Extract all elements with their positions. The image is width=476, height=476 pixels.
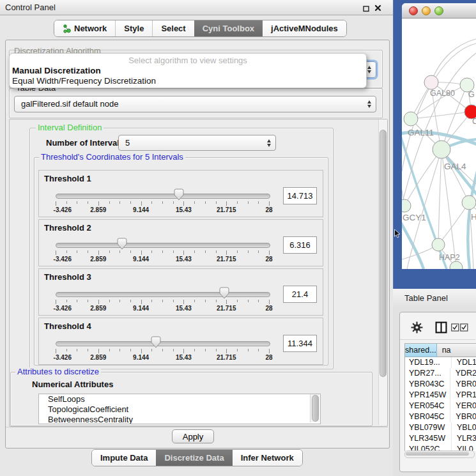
tab-label: Infer Network [241, 453, 294, 463]
slider-track[interactable] [56, 292, 270, 297]
node-gal80[interactable] [424, 75, 438, 89]
combo-stepper-icon [367, 66, 371, 73]
tab-cyni-toolbox[interactable]: Cyni Toolbox [194, 20, 263, 36]
table-row[interactable]: YER054C YER0 [405, 401, 476, 411]
slider-track[interactable] [56, 194, 270, 199]
number-of-intervals-combobox[interactable]: 5 [118, 135, 276, 151]
attribute-list-item[interactable]: TopologicalCoefficient [39, 404, 320, 415]
float-window-icon[interactable] [363, 4, 370, 14]
tab-label: jActiveMNodules [271, 24, 338, 33]
popup-item-manual-discretization[interactable]: Manual Discretization [12, 66, 101, 75]
tick-mark [205, 201, 206, 204]
tab-discretize-data[interactable]: Discretize Data [156, 450, 232, 466]
threshold-value-field[interactable]: 6.316 [283, 236, 317, 254]
network-icon [63, 24, 71, 33]
table-data-combobox[interactable]: galFiltered.sif default node [14, 96, 376, 112]
minimize-traffic-light-icon[interactable] [422, 6, 431, 15]
tab-label: Network [74, 24, 107, 33]
tick-label: -3.426 [54, 305, 72, 312]
attribute-list-item[interactable]: SelfLoops [39, 394, 320, 404]
scrollbar-thumb[interactable] [406, 452, 469, 456]
network-view-window[interactable]: GAL80 G C GAL11 GAL4 GCY1 H HAP2 [402, 3, 476, 269]
tab-select[interactable]: Select [152, 20, 194, 36]
tab-infer-network[interactable]: Infer Network [233, 450, 302, 466]
cell-shared-name: YPR145W [405, 390, 450, 401]
attributes-list-scrollbar[interactable] [310, 394, 319, 422]
tab-style[interactable]: Style [115, 20, 152, 36]
slider-track[interactable] [56, 341, 270, 346]
tick-mark [98, 349, 99, 353]
node-label: HAP2 [439, 253, 460, 262]
settings-vertical-scrollbar[interactable] [378, 119, 387, 425]
node-hap2[interactable] [432, 238, 445, 251]
numerical-attributes-list[interactable]: SelfLoopsTopologicalCoefficientBetweenne… [38, 394, 321, 424]
network-window-titlebar[interactable] [402, 3, 476, 19]
popup-placeholder: Select algorithm to view settings [10, 56, 366, 65]
tick-label: 2.859 [90, 256, 106, 263]
slider-ticks [56, 300, 269, 305]
table-row[interactable]: YDR27... YDR2 [405, 368, 476, 379]
table-row[interactable]: YPR145W YPR1 [405, 390, 476, 401]
node-gal4[interactable] [433, 141, 450, 158]
tick-mark [88, 250, 88, 253]
node-gcy1[interactable] [402, 199, 411, 212]
tick-mark [162, 201, 163, 204]
tick-label: 2.859 [90, 354, 106, 361]
cell-name: YPR1 [450, 390, 476, 401]
tick-mark [183, 349, 184, 353]
tick-mark [205, 349, 206, 351]
close-icon[interactable] [374, 4, 381, 13]
apply-button[interactable]: Apply [172, 429, 214, 443]
tick-mark [66, 250, 67, 253]
tab-jactivemnodules[interactable]: jActiveMNodules [263, 20, 346, 36]
tick-mark [88, 349, 88, 351]
tick-mark [258, 201, 259, 204]
table-settings-gear-icon[interactable] [411, 321, 423, 335]
tick-label: 2.859 [90, 305, 106, 312]
select-columns-checkboxes-icon[interactable] [451, 323, 468, 334]
threshold-value-field[interactable]: 11.344 [283, 335, 317, 352]
column-header-shared-name[interactable]: shared... [405, 344, 437, 357]
scrollbar-thumb[interactable] [380, 130, 387, 377]
threshold-value-field[interactable]: 14.713 [283, 187, 317, 204]
threshold-label: Threshold 1 [44, 174, 91, 183]
node-gal11[interactable] [404, 112, 418, 126]
tick-mark [66, 300, 67, 302]
slider-thumb[interactable] [117, 238, 127, 250]
cell-name: YBR0 [450, 379, 476, 390]
node-partial-low-right[interactable] [462, 196, 476, 210]
node-label: GAL4 [444, 162, 466, 171]
tab-network[interactable]: Network [54, 20, 115, 36]
slider-track[interactable] [56, 243, 270, 248]
zoom-traffic-light-icon[interactable] [434, 6, 443, 15]
popup-item-equal-width-frequency[interactable]: Equal Width/Frequency Discretization [12, 76, 156, 86]
slider-thumb[interactable] [219, 287, 229, 299]
network-canvas[interactable]: GAL80 G C GAL11 GAL4 GCY1 H HAP2 [402, 18, 476, 269]
close-traffic-light-icon[interactable] [409, 6, 418, 15]
table-row[interactable]: YBL079W YBL0 [405, 422, 476, 433]
column-header-name[interactable]: na [437, 344, 476, 357]
slider-thumb[interactable] [174, 188, 184, 201]
tick-mark [88, 300, 88, 302]
number-of-intervals-value: 5 [125, 135, 130, 150]
tick-mark [183, 201, 184, 206]
tick-mark [98, 300, 99, 304]
scrollbar-thumb[interactable] [312, 395, 319, 422]
tick-mark [162, 250, 163, 253]
cell-shared-name: YBR043C [405, 379, 450, 390]
table-row[interactable]: YBR043C YBR0 [405, 379, 476, 390]
threshold-value-field[interactable]: 21.4 [283, 286, 317, 303]
threshold-label: Threshold 4 [44, 321, 91, 331]
tab-impute-data[interactable]: Impute Data [92, 450, 156, 466]
table-horizontal-scrollbar[interactable] [404, 450, 475, 458]
tick-label: 28 [265, 305, 272, 312]
split-columns-icon[interactable] [435, 321, 447, 335]
slider-thumb[interactable] [151, 336, 161, 348]
table-row[interactable]: YDL19... YDL1 [405, 357, 476, 368]
table-row[interactable]: YLR345W YLR3 [405, 433, 476, 444]
tick-mark [119, 201, 120, 204]
table-row[interactable]: YBR045C YBR0 [405, 411, 476, 422]
number-of-intervals-label: Number of Intervals [46, 138, 124, 148]
attribute-list-item[interactable]: BetweennessCentrality [39, 415, 320, 424]
tick-mark [141, 300, 142, 304]
